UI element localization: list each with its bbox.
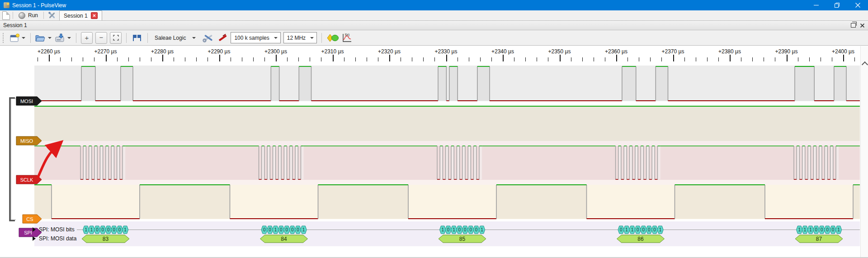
zoom-fit-icon xyxy=(113,35,119,41)
svg-text:0: 0 xyxy=(464,227,467,232)
panel-close-icon[interactable] xyxy=(860,23,864,28)
major-tick xyxy=(446,55,447,61)
minor-tick xyxy=(594,57,594,61)
minor-tick xyxy=(321,57,321,61)
minor-tick xyxy=(696,57,696,61)
svg-text:1: 1 xyxy=(809,227,812,232)
svg-text:83: 83 xyxy=(103,236,109,242)
svg-text:0: 0 xyxy=(469,227,472,232)
decoder-row-label: SPI: MOSI data xyxy=(39,235,76,242)
svg-text:0: 0 xyxy=(642,227,645,232)
sample-rate-caret xyxy=(310,37,314,39)
major-tick xyxy=(673,55,674,61)
new-view-button[interactable] xyxy=(2,11,10,20)
open-button[interactable] xyxy=(34,32,47,44)
row-expand-icon[interactable] xyxy=(33,236,36,241)
svg-text:1: 1 xyxy=(481,227,483,232)
svg-text:SCLK: SCLK xyxy=(20,177,33,183)
row-expand-icon[interactable] xyxy=(33,227,36,232)
minor-tick xyxy=(253,57,254,61)
configure-tools-icon xyxy=(48,11,56,19)
minor-tick xyxy=(94,57,94,61)
new-session-button[interactable] xyxy=(8,32,21,44)
float-panel-icon[interactable] xyxy=(851,23,856,28)
minor-tick xyxy=(775,57,775,61)
zoom-in-button[interactable]: + xyxy=(81,32,93,44)
close-button[interactable] xyxy=(847,0,868,10)
save-dropdown-caret[interactable] xyxy=(67,37,71,39)
minor-tick xyxy=(423,57,424,61)
minor-tick xyxy=(378,57,378,61)
restore-button[interactable] xyxy=(826,0,847,10)
svg-text:84: 84 xyxy=(281,236,287,242)
run-button[interactable]: Run xyxy=(16,11,41,20)
minor-tick xyxy=(128,57,129,61)
device-selector[interactable]: Saleae Logic xyxy=(151,32,187,44)
session-panel-header: Session 1 xyxy=(0,20,868,30)
cursors-flags-icon xyxy=(131,33,143,42)
settings-button[interactable] xyxy=(47,9,57,21)
minor-tick xyxy=(367,57,367,61)
decoder-row-mosi-bits[interactable]: SPI: MOSI bits xyxy=(33,226,75,233)
minor-tick xyxy=(469,57,469,61)
minor-tick xyxy=(809,57,810,61)
new-session-dropdown-caret[interactable] xyxy=(22,37,25,39)
separator xyxy=(30,33,31,43)
trace-view[interactable]: 1100000183001000018410100001850110000186… xyxy=(0,64,868,258)
device-dropdown-caret[interactable] xyxy=(192,37,196,39)
zoom-in-icon: + xyxy=(85,34,89,42)
zoom-out-icon: − xyxy=(99,33,104,41)
zoom-fit-button[interactable] xyxy=(110,32,122,44)
svg-text:CS: CS xyxy=(26,216,33,222)
ruler-label: +2260 µs xyxy=(28,48,69,55)
major-tick xyxy=(49,55,50,61)
minor-tick xyxy=(821,57,821,61)
vertical-scrollbar[interactable] xyxy=(860,46,868,258)
minimize-button[interactable] xyxy=(806,0,826,10)
ruler-label: +2370 µs xyxy=(653,48,693,55)
run-label: Run xyxy=(28,12,38,19)
sample-count-select[interactable]: 100 k samples xyxy=(231,32,280,43)
separator xyxy=(126,33,127,43)
ruler-label: +2270 µs xyxy=(85,48,126,55)
svg-text:1: 1 xyxy=(302,227,305,232)
panel-title: Session 1 xyxy=(3,22,27,28)
minor-tick xyxy=(196,57,197,61)
svg-text:0: 0 xyxy=(291,227,294,232)
sample-count-caret xyxy=(274,37,278,39)
open-dropdown-caret[interactable] xyxy=(48,37,52,39)
ruler-label: +2310 µs xyxy=(312,48,353,55)
math-signal-button[interactable]: f(x) xyxy=(340,32,354,44)
sample-rate-select[interactable]: 12 MHz xyxy=(283,32,317,43)
trigger-icon xyxy=(326,33,339,42)
ruler-label: +2380 µs xyxy=(709,48,750,55)
configure-device-button[interactable] xyxy=(201,32,216,44)
svg-text:0: 0 xyxy=(826,227,829,232)
svg-text:0: 0 xyxy=(832,227,835,232)
svg-text:0: 0 xyxy=(102,227,104,232)
caption-buttons xyxy=(806,0,868,10)
configure-channels-button[interactable] xyxy=(216,32,229,44)
decoder-row-mosi-data[interactable]: SPI: MOSI data xyxy=(33,235,76,242)
up-chevron-icon xyxy=(862,61,868,68)
svg-text:SPI: SPI xyxy=(24,230,32,235)
tab-close-button[interactable] xyxy=(91,12,98,19)
minor-tick xyxy=(140,57,140,61)
close-icon xyxy=(855,3,860,8)
minor-tick xyxy=(38,57,38,61)
save-button[interactable] xyxy=(53,32,66,44)
svg-text:0: 0 xyxy=(107,227,110,232)
svg-text:1: 1 xyxy=(85,227,87,232)
minor-tick xyxy=(71,57,72,61)
zoom-out-button[interactable]: − xyxy=(95,32,107,44)
toolbar-drag-handle[interactable] xyxy=(3,33,5,43)
math-fx-icon: f(x) xyxy=(342,33,353,43)
show-cursors-button[interactable] xyxy=(130,32,144,44)
tab-close-icon xyxy=(93,14,96,17)
capture-toolbar: + − Saleae Logic 100 k samples xyxy=(0,30,868,46)
tab-session-1[interactable]: Session 1 xyxy=(59,10,102,21)
restore-icon xyxy=(835,3,840,8)
trigger-button[interactable] xyxy=(325,32,340,44)
svg-text:0: 0 xyxy=(815,227,818,232)
svg-text:MOSI: MOSI xyxy=(20,99,33,104)
